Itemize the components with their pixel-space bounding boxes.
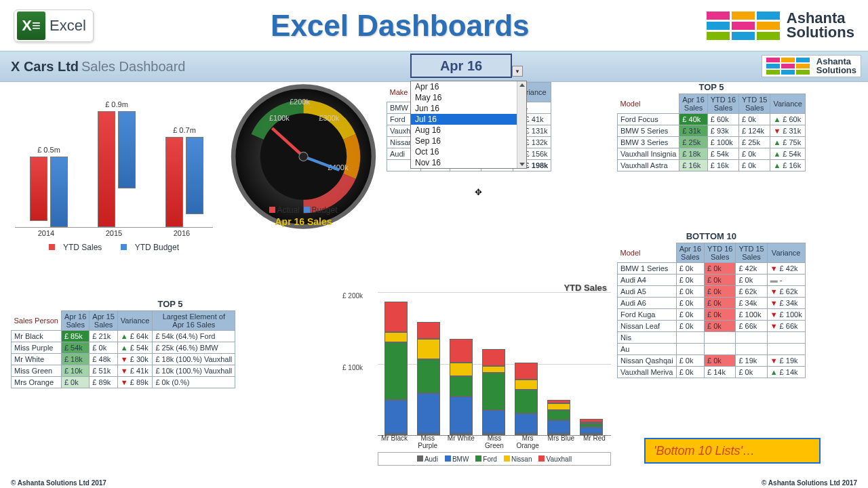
month-option[interactable]: Jul 16 <box>411 114 526 125</box>
table-row: Nissan Qashqai£ 0k£ 0k£ 19k▼ £ 19k <box>618 355 806 367</box>
model-bottom10-table: Model Apr 16SalesYTD 16SalesYTD 15SalesV… <box>617 243 806 378</box>
stacked-legend: Audi BMW Ford Nissan Vauxhall <box>378 452 611 466</box>
salesperson-top5-table: Sales Person Apr 16SalesApr 15SalesVaria… <box>11 310 235 388</box>
ashanta-logo: AshantaSolutions <box>707 12 854 40</box>
table-row: Nissan Leaf£ 0k£ 0k£ 66k▼ £ 66k <box>618 321 806 332</box>
month-selector[interactable]: Apr 16 ▼ Apr 16May 16Jun 16Jul 16Aug 16S… <box>410 54 512 78</box>
excel-icon: X≡ <box>17 12 45 40</box>
salesperson-top5-section: TOP 5 Sales Person Apr 16SalesApr 15Sale… <box>11 299 330 388</box>
cursor-icon: ✥ <box>475 187 482 197</box>
caption-overlay: 'Bottom 10 Lists'… <box>644 438 821 464</box>
table-row: Mr Black£ 85k£ 21k▲ £ 64k£ 54k (64.%) Fo… <box>12 331 235 342</box>
month-option[interactable]: Nov 16 <box>411 157 526 168</box>
table-row: BMW 3 Series£ 25k£ 100k£ 25k▲ £ 75k <box>618 137 806 148</box>
yearly-legend: YTD Sales YTD Budget <box>12 243 216 252</box>
table-row: BMW 1 Series£ 0k£ 0k£ 42k▼ £ 42k <box>618 263 806 274</box>
month-selected[interactable]: Apr 16 ▼ <box>410 54 512 78</box>
model-top5-table: Model Apr 16SalesYTD 16SalesYTD 15SalesV… <box>617 94 806 171</box>
ashanta-logo-small: AshantaSolutions <box>762 55 861 77</box>
month-option[interactable]: Sep 16 <box>411 136 526 146</box>
table-row: Au <box>618 344 806 355</box>
page-header: X≡ Excel Excel Dashboards AshantaSolutio… <box>0 0 868 51</box>
table-row: Vauxhall Insignia£ 18k£ 54k£ 0k▲ £ 54k <box>618 148 806 160</box>
dashboard-title: X Cars LtdSales Dashboard <box>11 59 185 75</box>
table-row: BMW 5 Series£ 31k£ 93k£ 124k▼ £ 31k <box>618 125 806 137</box>
excel-label: Excel <box>50 17 86 35</box>
table-row: Ford Kuga£ 0k£ 0k£ 100k▼ £ 100k <box>618 309 806 321</box>
gauge-chart: £100k £200k £300k £400k Actual Budget Ap… <box>227 82 380 227</box>
table-row: Audi A4£ 0k£ 0k£ 0k▬ - <box>618 274 806 286</box>
table-row: Vauxhall Meriva£ 0k£ 14k£ 0k▲ £ 14k <box>618 367 806 378</box>
svg-text:£200k: £200k <box>290 98 310 106</box>
copyright-left: © Ashanta Solutions Ltd 2017 <box>11 479 106 487</box>
ashanta-bars-icon <box>707 12 780 40</box>
month-option[interactable]: Oct 16 <box>411 146 526 157</box>
svg-text:£100k: £100k <box>269 114 290 122</box>
yearly-bar-chart: £ 0.5m£ 0.9m£ 0.7m 201420152016 YTD Sale… <box>12 85 216 282</box>
month-dropdown[interactable]: Apr 16May 16Jun 16Jul 16Aug 16Sep 16Oct … <box>410 81 527 169</box>
table-row: Mrs Orange£ 0k£ 89k▼ £ 89k£ 0k (0.%) <box>12 377 235 388</box>
table-row: Ford Focus£ 40k£ 60k£ 0k▲ £ 60k <box>618 114 806 125</box>
svg-text:£300k: £300k <box>319 114 339 122</box>
dropdown-scrollbar[interactable] <box>517 81 526 168</box>
table-row: Miss Purple£ 54k£ 0k▲ £ 54k£ 25k (46.%) … <box>12 342 235 354</box>
month-option[interactable]: Apr 16 <box>411 81 526 92</box>
copyright-right: © Ashanta Solutions Ltd 2017 <box>762 479 857 487</box>
table-row: Audi A5£ 0k£ 0k£ 62k▼ £ 62k <box>618 286 806 298</box>
table-row: Miss Green£ 10k£ 51k▼ £ 41k£ 10k (100.%)… <box>12 365 235 377</box>
excel-logo: X≡ Excel <box>14 9 94 42</box>
month-option[interactable]: May 16 <box>411 92 526 103</box>
table-row: Mr White£ 18k£ 48k▼ £ 30k£ 18k (100.%) V… <box>12 354 235 365</box>
page-title: Excel Dashboards <box>271 9 530 43</box>
model-bottom10-section: BOTTOM 10 Model Apr 16SalesYTD 16SalesYT… <box>617 231 806 378</box>
ashanta-bars-icon <box>766 58 810 75</box>
month-option[interactable]: Aug 16 <box>411 125 526 136</box>
svg-point-8 <box>299 152 308 161</box>
table-row: Vauxhall Astra£ 16k£ 16k£ 0k▲ £ 16k <box>618 160 806 171</box>
dashboard-titlebar: X Cars LtdSales Dashboard Apr 16 ▼ Apr 1… <box>0 51 868 82</box>
ashanta-text: AshantaSolutions <box>787 12 854 40</box>
month-option[interactable]: Jun 16 <box>411 103 526 114</box>
table-row: Nis <box>618 332 806 344</box>
ytd-stacked-chart: YTD Sales £ 200k£ 100k Mr BlackMiss Purp… <box>342 279 614 468</box>
model-top5-section: TOP 5 Model Apr 16SalesYTD 16SalesYTD 15… <box>617 82 806 171</box>
table-row: Audi A6£ 0k£ 0k£ 34k▼ £ 34k <box>618 298 806 309</box>
dropdown-arrow-icon[interactable]: ▼ <box>512 66 523 77</box>
